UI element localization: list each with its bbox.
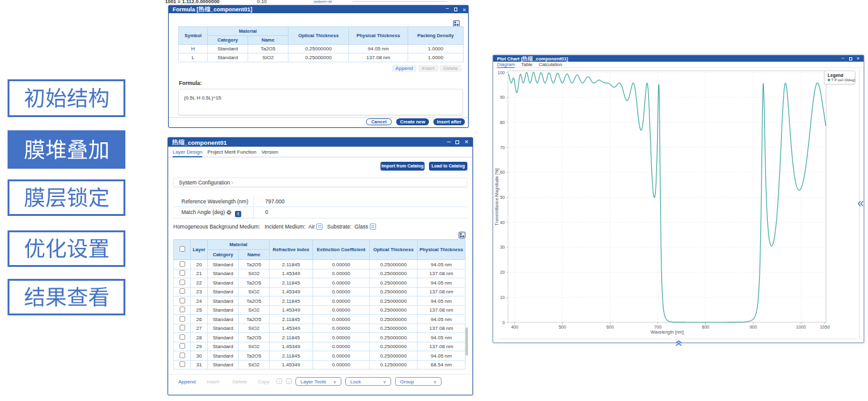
svg-text:50: 50 (500, 195, 505, 200)
svg-text:40: 40 (500, 220, 505, 225)
svg-text:1050: 1050 (820, 325, 830, 329)
svg-text:60: 60 (500, 170, 505, 174)
svg-text:500: 500 (559, 325, 566, 329)
svg-text:Transmittance Magnitude [%]: Transmittance Magnitude [%] (494, 169, 500, 226)
svg-text:0: 0 (503, 320, 505, 325)
svg-text:10: 10 (500, 295, 505, 300)
svg-text:900: 900 (750, 325, 757, 329)
svg-text:30: 30 (500, 245, 505, 249)
svg-text:70: 70 (500, 145, 505, 150)
svg-text:700: 700 (654, 325, 661, 329)
svg-text:Wavelength [nm]: Wavelength [nm] (651, 330, 683, 335)
svg-text:400: 400 (511, 325, 518, 329)
svg-text:20: 20 (500, 270, 505, 274)
svg-text:600: 600 (607, 325, 614, 329)
svg-text:1000: 1000 (796, 325, 806, 329)
svg-text:90: 90 (500, 95, 505, 99)
svg-text:800: 800 (702, 325, 709, 329)
svg-text:80: 80 (500, 120, 505, 125)
svg-text:100: 100 (498, 71, 505, 75)
